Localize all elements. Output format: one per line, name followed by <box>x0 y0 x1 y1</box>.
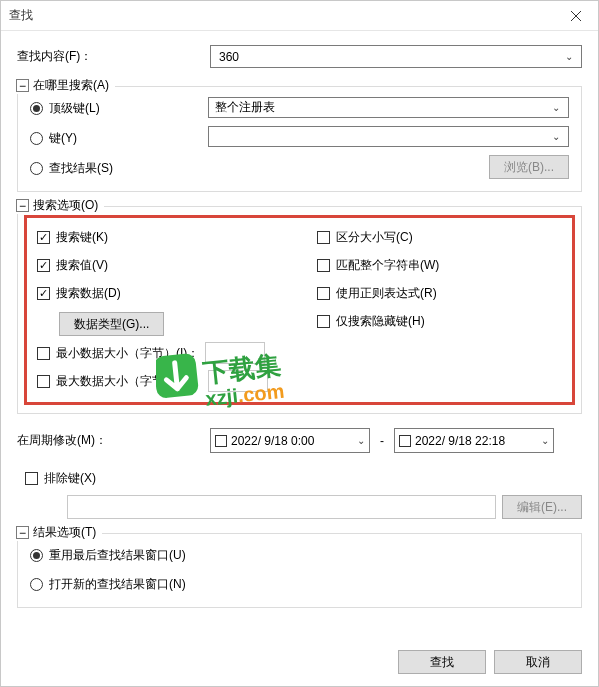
check-search-keys-label: 搜索键(K) <box>56 229 108 246</box>
radio-icon <box>30 578 43 591</box>
checkbox-icon <box>37 347 50 360</box>
checkbox-icon <box>25 472 38 485</box>
check-max-size-label: 最大数据大小（字节）(J)： <box>56 373 202 390</box>
scope-select[interactable]: 整个注册表 ⌄ <box>208 97 569 118</box>
checkbox-icon <box>317 231 330 244</box>
check-case-sensitive-label: 区分大小写(C) <box>336 229 413 246</box>
chevron-down-icon[interactable]: ⌄ <box>357 435 365 446</box>
window-title: 查找 <box>9 7 33 24</box>
chevron-down-icon[interactable]: ⌄ <box>548 102 564 113</box>
date-from[interactable]: 2022/ 9/18 0:00 ⌄ <box>210 428 370 453</box>
date-range-dash: - <box>380 434 384 448</box>
check-min-size-label: 最小数据大小（字节）(I)： <box>56 345 199 362</box>
search-content-label: 查找内容(F)： <box>17 48 210 65</box>
check-exclude-keys[interactable]: 排除键(X) <box>25 467 96 489</box>
where-search-group: − 在哪里搜索(A) 顶级键(L) 键(Y) 查找结果(S) <box>17 86 582 192</box>
check-exclude-keys-label: 排除键(X) <box>44 470 96 487</box>
collapse-toggle[interactable]: − <box>16 526 29 539</box>
search-options-legend: 搜索选项(O) <box>33 197 98 214</box>
where-search-legend: 在哪里搜索(A) <box>33 77 109 94</box>
check-search-keys[interactable]: 搜索键(K) <box>37 226 317 248</box>
collapse-toggle[interactable]: − <box>16 199 29 212</box>
max-size-input[interactable] <box>208 370 268 392</box>
check-max-size[interactable]: 最大数据大小（字节）(J)： <box>37 373 202 390</box>
radio-reuse-window-label: 重用最后查找结果窗口(U) <box>49 547 186 564</box>
close-button[interactable] <box>553 1 598 31</box>
radio-search-results-label: 查找结果(S) <box>49 160 113 177</box>
check-search-data[interactable]: 搜索数据(D) <box>37 282 317 304</box>
data-type-button[interactable]: 数据类型(G)... <box>59 312 164 336</box>
checkbox-icon[interactable] <box>399 435 411 447</box>
checkbox-icon <box>37 259 50 272</box>
period-label: 在周期修改(M)： <box>17 432 210 449</box>
radio-key-label: 键(Y) <box>49 130 77 147</box>
checkbox-icon <box>37 375 50 388</box>
exclude-keys-field <box>67 495 496 519</box>
edit-exclude-button[interactable]: 编辑(E)... <box>502 495 582 519</box>
radio-reuse-window[interactable]: 重用最后查找结果窗口(U) <box>30 544 569 566</box>
collapse-toggle[interactable]: − <box>16 79 29 92</box>
browse-button[interactable]: 浏览(B)... <box>489 155 569 179</box>
search-content-input[interactable] <box>217 49 561 65</box>
checkbox-icon <box>317 315 330 328</box>
check-search-values[interactable]: 搜索值(V) <box>37 254 317 276</box>
radio-top-key-label: 顶级键(L) <box>49 100 100 117</box>
checkbox-icon <box>37 287 50 300</box>
search-content-combo[interactable]: ⌄ <box>210 45 582 68</box>
check-regex-label: 使用正则表达式(R) <box>336 285 437 302</box>
check-regex[interactable]: 使用正则表达式(R) <box>317 282 562 304</box>
result-options-group: − 结果选项(T) 重用最后查找结果窗口(U) 打开新的查找结果窗口(N) <box>17 533 582 608</box>
radio-search-results[interactable]: 查找结果(S) <box>30 157 208 179</box>
checkbox-icon[interactable] <box>215 435 227 447</box>
min-size-input[interactable] <box>205 342 265 364</box>
chevron-down-icon[interactable]: ⌄ <box>541 435 549 446</box>
date-to-value: 2022/ 9/18 22:18 <box>415 434 537 448</box>
radio-top-key[interactable]: 顶级键(L) <box>30 97 208 119</box>
check-search-data-label: 搜索数据(D) <box>56 285 121 302</box>
check-hidden-keys[interactable]: 仅搜索隐藏键(H) <box>317 310 562 332</box>
check-hidden-keys-label: 仅搜索隐藏键(H) <box>336 313 425 330</box>
chevron-down-icon[interactable]: ⌄ <box>548 131 564 142</box>
check-whole-string-label: 匹配整个字符串(W) <box>336 257 439 274</box>
find-button[interactable]: 查找 <box>398 650 486 674</box>
check-case-sensitive[interactable]: 区分大小写(C) <box>317 226 562 248</box>
radio-icon <box>30 162 43 175</box>
check-min-size[interactable]: 最小数据大小（字节）(I)： <box>37 345 199 362</box>
check-whole-string[interactable]: 匹配整个字符串(W) <box>317 254 562 276</box>
checkbox-icon <box>37 231 50 244</box>
radio-icon <box>30 102 43 115</box>
checkbox-icon <box>317 287 330 300</box>
scope-select-value: 整个注册表 <box>215 99 548 116</box>
radio-icon <box>30 549 43 562</box>
result-options-legend: 结果选项(T) <box>33 524 96 541</box>
close-icon <box>571 11 581 21</box>
titlebar: 查找 <box>1 1 598 31</box>
checkbox-icon <box>317 259 330 272</box>
search-options-group: − 搜索选项(O) 搜索键(K) 搜索值(V) 搜索数据(D) <box>17 206 582 414</box>
date-from-value: 2022/ 9/18 0:00 <box>231 434 353 448</box>
radio-new-window-label: 打开新的查找结果窗口(N) <box>49 576 186 593</box>
radio-key[interactable]: 键(Y) <box>30 127 208 149</box>
radio-new-window[interactable]: 打开新的查找结果窗口(N) <box>30 573 569 595</box>
check-search-values-label: 搜索值(V) <box>56 257 108 274</box>
key-select[interactable]: ⌄ <box>208 126 569 147</box>
cancel-button[interactable]: 取消 <box>494 650 582 674</box>
date-to[interactable]: 2022/ 9/18 22:18 ⌄ <box>394 428 554 453</box>
radio-icon <box>30 132 43 145</box>
chevron-down-icon[interactable]: ⌄ <box>561 51 577 62</box>
